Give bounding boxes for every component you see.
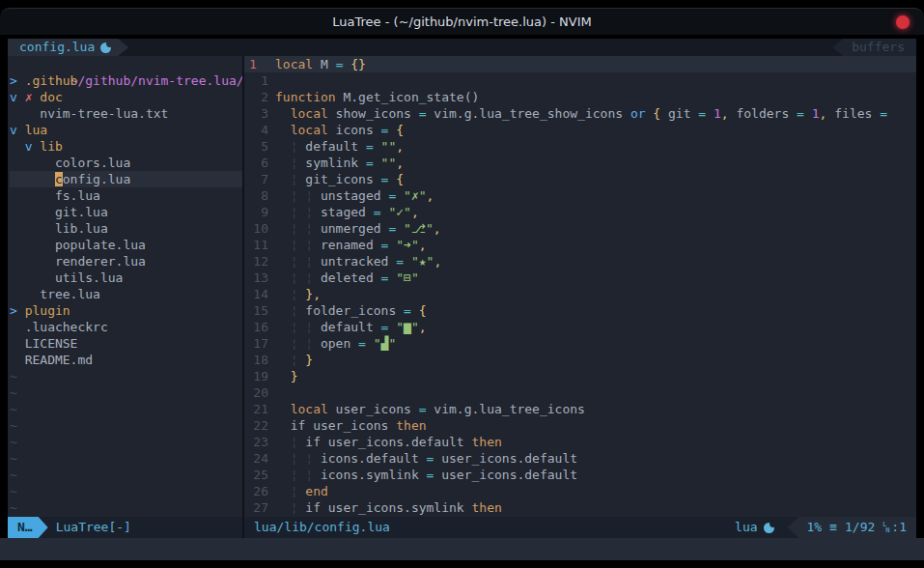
content-area: ~/github/nvim-tree.lua/.. > .githubv ✗ d… <box>8 56 916 517</box>
code-line[interactable]: 11 ¦ ¦ renamed = "➜", <box>244 237 916 253</box>
line-number: 16 <box>244 319 271 335</box>
code-line[interactable]: 13 ¦ ¦ deleted = "⊟" <box>244 270 916 286</box>
code-line[interactable]: 3 local show_icons = vim.g.lua_tree_show… <box>244 105 916 122</box>
line-number: 15 <box>244 302 271 319</box>
code-lines: 1local M = {}12function M.get_icon_state… <box>244 56 916 516</box>
tree-row[interactable]: config.lua <box>10 171 242 187</box>
code-line[interactable]: 21 local user_icons = vim.g.lua_tree_ico… <box>244 401 916 417</box>
code-line[interactable]: 6 ¦ symlink = "", <box>244 155 916 171</box>
column-info: :1 <box>891 517 907 538</box>
tree-row[interactable]: > plugin <box>10 302 242 319</box>
tab-label: config.lua <box>19 39 95 56</box>
line-number: 6 <box>244 155 271 171</box>
tree-row[interactable]: fs.lua <box>10 187 242 204</box>
code-line[interactable]: 16 ¦ ¦ default = "▆", <box>244 319 916 335</box>
editor-pane[interactable]: 1local M = {}12function M.get_icon_state… <box>244 56 916 517</box>
code-line[interactable]: 24 ¦ ¦ icons.default = user_icons.defaul… <box>244 450 916 467</box>
file-path: lua/lib/config.lua <box>244 517 390 538</box>
line-number-icon <box>882 522 891 533</box>
code-line[interactable]: 22 if user_icons then <box>244 417 916 434</box>
code-line[interactable]: 23 ¦ if user_icons.default then <box>244 434 916 450</box>
line-number: 19 <box>244 368 271 384</box>
code-line[interactable]: 14 ¦ }, <box>244 286 916 302</box>
line-number: 1 <box>244 72 271 89</box>
code-line[interactable]: 17 ¦ ¦ open = "▟" <box>244 335 916 352</box>
tab-config-lua[interactable]: config.lua <box>8 39 128 56</box>
position-chunk: 1% ≡ 1/92 :1 <box>788 517 916 538</box>
line-number: 11 <box>244 237 271 253</box>
code-line[interactable]: 7 ¦ git_icons = { <box>244 171 916 187</box>
line-number: 1 <box>244 56 271 72</box>
tree-row[interactable]: LICENSE <box>10 335 242 352</box>
empty-line-tilde: ~ <box>10 368 242 384</box>
code-line[interactable]: 2function M.get_icon_state() <box>244 89 916 105</box>
tree-row[interactable]: README.md <box>10 352 242 368</box>
code-line[interactable]: 5 ¦ default = "", <box>244 138 916 155</box>
window-title: LuaTree - (~/github/nvim-tree.lua) - NVI… <box>332 14 591 29</box>
line-number: 3 <box>244 105 271 122</box>
code-line[interactable]: 8 ¦ ¦ unstaged = "✗", <box>244 187 916 204</box>
buffers-label[interactable]: buffers <box>832 39 916 56</box>
code-line[interactable]: 1local M = {} <box>244 56 916 72</box>
tree-tildes: ~~~~~~~~~ <box>10 368 242 516</box>
code-line[interactable]: 20 <box>244 384 916 401</box>
tree-row[interactable]: v lua <box>10 122 242 138</box>
tree-row[interactable]: lib.lua <box>10 220 242 237</box>
tree-row[interactable]: .luacheckrc <box>10 319 242 335</box>
tree-row[interactable]: populate.lua <box>10 237 242 253</box>
line-number: 12 <box>244 253 271 270</box>
line-number: 2 <box>244 89 271 105</box>
line-number: 14 <box>244 286 271 302</box>
tree-row[interactable]: v ✗ doc <box>10 89 242 105</box>
command-line[interactable] <box>0 538 924 560</box>
mode-indicator: N… <box>8 517 48 538</box>
code-line[interactable]: 9 ¦ ¦ staged = "✓", <box>244 204 916 220</box>
code-line[interactable]: 19 } <box>244 368 916 384</box>
empty-line-tilde: ~ <box>10 384 242 401</box>
line-number: 18 <box>244 352 271 368</box>
line-number: 5 <box>244 138 271 155</box>
code-line[interactable]: 25 ¦ ¦ icons.symlink = user_icons.defaul… <box>244 467 916 483</box>
tree-row[interactable]: nvim-tree-lua.txt <box>10 105 242 122</box>
terminal-window: config.lua buffers ~/github/nvim-tree.lu… <box>8 39 916 538</box>
tree-row[interactable]: tree.lua <box>10 286 242 302</box>
code-line[interactable]: 4 local icons = { <box>244 122 916 138</box>
empty-line-tilde: ~ <box>10 450 242 467</box>
tree-row[interactable]: v lib <box>10 138 242 155</box>
code-line[interactable]: 12 ¦ ¦ untracked = "★", <box>244 253 916 270</box>
tree-row[interactable]: utils.lua <box>10 270 242 286</box>
code-line[interactable]: 15 ¦ folder_icons = { <box>244 302 916 319</box>
tree-row[interactable]: git.lua <box>10 204 242 220</box>
tree-row[interactable]: renderer.lua <box>10 253 242 270</box>
code-line[interactable]: 1 <box>244 72 916 89</box>
line-info: 1/92 <box>845 517 875 538</box>
line-number: 23 <box>244 434 271 450</box>
tree-root-path: ~/github/nvim-tree.lua/.. <box>10 56 242 72</box>
line-number: 24 <box>244 450 271 467</box>
tree-row[interactable]: colors.lua <box>10 155 242 171</box>
line-number: 21 <box>244 401 271 417</box>
lua-moon-icon <box>764 523 774 533</box>
empty-line-tilde: ~ <box>10 499 242 516</box>
close-button[interactable] <box>896 15 910 29</box>
statusline: N… LuaTree[-] lua/lib/config.lua lua 1% … <box>8 517 916 538</box>
titlebar: LuaTree - (~/github/nvim-tree.lua) - NVI… <box>0 8 924 35</box>
line-number: 20 <box>244 384 271 401</box>
screenshot-root: { "window": { "title": "LuaTree - (~/git… <box>0 0 924 568</box>
code-line[interactable]: 26 ¦ end <box>244 483 916 499</box>
file-tree-pane[interactable]: ~/github/nvim-tree.lua/.. > .githubv ✗ d… <box>8 56 242 517</box>
filetype-label: lua <box>735 517 757 538</box>
column-block: :1 <box>882 517 907 538</box>
code-line[interactable]: 10 ¦ ¦ unmerged = "⎇", <box>244 220 916 237</box>
line-number: 25 <box>244 467 271 483</box>
tabline: config.lua buffers <box>8 39 916 56</box>
empty-line-tilde: ~ <box>10 434 242 450</box>
empty-line-tilde: ~ <box>10 401 242 417</box>
code-line[interactable]: 27 ¦ if user_icons.symlink then <box>244 499 916 516</box>
line-number: 13 <box>244 270 271 286</box>
line-number: 17 <box>244 335 271 352</box>
filetype-block: lua <box>735 517 787 538</box>
code-line[interactable]: 18 ¦ } <box>244 352 916 368</box>
line-number: 22 <box>244 417 271 434</box>
empty-line-tilde: ~ <box>10 467 242 483</box>
